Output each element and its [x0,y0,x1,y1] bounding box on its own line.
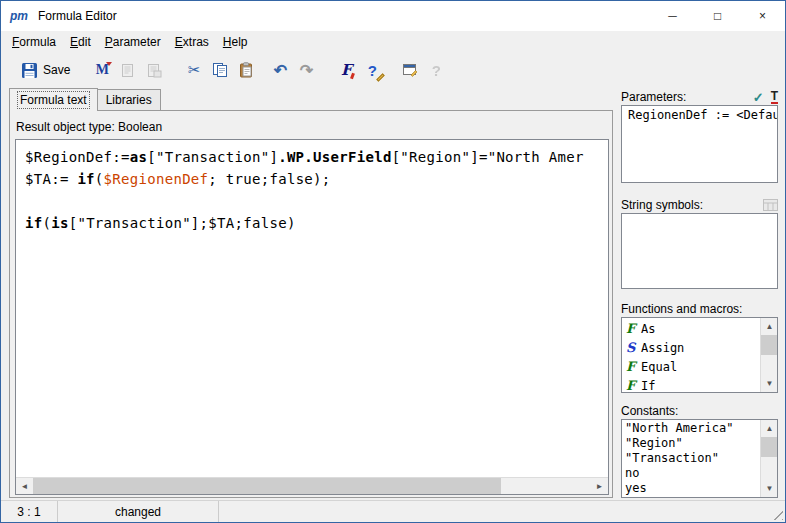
constants-header: Constants: [621,403,778,419]
close-button[interactable]: × [740,1,785,31]
vertical-scroll-thumb[interactable] [761,335,777,355]
maximize-icon: □ [714,9,721,23]
paste-icon [238,62,254,78]
menu-item-edit[interactable]: Edit [63,31,98,53]
menu-bar: FormulaEditParameterExtrasHelp [1,31,785,53]
title-bar: pm Formula Editor ─ □ × [1,1,785,31]
app-icon: pm [10,9,28,23]
redo-button[interactable]: ↷ [294,58,318,82]
scroll-down-button[interactable]: ▼ [761,480,778,497]
vertical-scroll-thumb[interactable] [761,437,777,457]
constants-list-items[interactable]: "North America""Region""Transaction"noye… [622,420,760,497]
function-item[interactable]: FEqual [622,357,760,376]
formula-panel: Result object type: Boolean $RegionDef:=… [9,110,613,498]
function-type-icon: F [626,378,641,392]
horizontal-scrollbar[interactable]: ◄ ► [16,477,608,494]
code-area[interactable]: $RegionDef:=as["Transaction"].WP.UserFie… [16,140,608,477]
horizontal-scroll-thumb[interactable] [33,478,501,494]
tab-label: Libraries [106,93,152,107]
tab-libraries[interactable]: Libraries [98,89,161,110]
save-label: Save [43,63,70,77]
close-icon: × [759,9,766,23]
copy-button[interactable] [208,58,232,82]
scroll-right-button[interactable]: ► [591,478,608,495]
constants-scrollbar[interactable]: ▲ ▼ [760,420,777,497]
function-item[interactable]: SAssign [622,338,760,357]
code-line: $TA:= if($RegionenDef; true;false); [25,168,599,190]
toolbar: Save M ✂ [1,53,785,87]
constant-item[interactable]: no [622,466,760,481]
tab-strip: Formula text Libraries [9,88,161,111]
undo-button[interactable]: ↶ [268,58,292,82]
constants-label: Constants: [621,404,678,418]
scroll-up-icon: ▲ [766,322,774,331]
save-icon [21,62,38,79]
functions-label: Functions and macros: [621,302,742,316]
constant-item[interactable]: "Region" [622,436,760,451]
function-name: Equal [641,360,677,374]
scroll-up-button[interactable]: ▲ [761,420,778,437]
check-formula-mark-icon [350,73,355,80]
code-line: $RegionDef:=as["Transaction"].WP.UserFie… [25,146,599,168]
insert-macro-button[interactable]: M [90,58,114,82]
constants-listbox: "North America""Region""Transaction"noye… [621,419,778,498]
cut-icon: ✂ [188,61,201,79]
functions-list-items[interactable]: FAsSAssignFEqualFIf [622,318,760,392]
string-symbols-header: String symbols: [621,197,778,213]
parameter-type-icon[interactable]: T [771,91,778,104]
scroll-up-button[interactable]: ▲ [761,318,778,335]
menu-item-help[interactable]: Help [216,31,255,53]
string-symbols-label: String symbols: [621,198,703,212]
library-save-icon [146,62,162,78]
formula-editor-window: pm Formula Editor ─ □ × FormulaEditParam… [0,0,786,523]
redo-icon: ↷ [300,61,313,80]
functions-listbox: FAsSAssignFEqualFIf ▲ ▼ [621,317,778,393]
save-button[interactable]: Save [15,57,76,83]
function-item[interactable]: FAs [622,319,760,338]
modified-state: changed [58,501,219,522]
paste-button[interactable] [234,58,258,82]
constant-item[interactable]: "North America" [622,421,760,436]
window-title: Formula Editor [38,9,117,23]
library-save-button[interactable] [142,58,166,82]
scroll-down-button[interactable]: ▼ [761,375,778,392]
scroll-left-button[interactable]: ◄ [16,478,33,495]
function-item[interactable]: FIf [622,376,760,392]
function-name: If [641,379,655,393]
maximize-button[interactable]: □ [695,1,740,31]
constant-item[interactable]: "Transaction" [622,451,760,466]
resize-grip-icon[interactable] [770,507,783,520]
macro-mark-icon [106,62,112,66]
minimize-button[interactable]: ─ [650,1,695,31]
code-line: if(is["Transaction"];$TA;false) [25,212,599,234]
function-type-icon: S [626,340,641,355]
status-bar: 3 : 1 changed [1,500,785,522]
right-panel: Parameters: ✓ T RegionenDef := <Defau St… [621,89,778,498]
parameters-list[interactable]: RegionenDef := <Defau [621,105,778,183]
parameter-item[interactable]: RegionenDef := <Defau [625,108,774,123]
constant-item[interactable]: yes [622,481,760,496]
tab-label: Formula text [18,92,89,108]
tab-formula-text[interactable]: Formula text [9,88,98,111]
menu-item-extras[interactable]: Extras [168,31,216,53]
cursor-position: 3 : 1 [1,501,58,522]
result-type-label: Result object type: Boolean [16,120,162,134]
edit-string-symbols-icon[interactable] [763,199,778,211]
function-type-icon: F [626,321,641,336]
edit-window-button[interactable] [398,58,422,82]
functions-scrollbar[interactable]: ▲ ▼ [760,318,777,392]
formula-editor-area[interactable]: $RegionDef:=as["Transaction"].WP.UserFie… [15,139,609,495]
library-open-button[interactable] [116,58,140,82]
help-button[interactable]: ? [424,58,448,82]
cut-button[interactable]: ✂ [182,58,206,82]
parameters-header: Parameters: ✓ T [621,89,778,105]
syntax-check-button[interactable]: ? [360,58,384,82]
string-symbols-list[interactable] [621,213,778,289]
menu-item-parameter[interactable]: Parameter [98,31,168,53]
menu-item-formula[interactable]: Formula [5,31,63,53]
function-type-icon: F [626,359,641,374]
scroll-up-icon: ▲ [766,424,774,433]
check-formula-button[interactable]: F [334,58,358,82]
apply-parameters-icon[interactable]: ✓ [753,90,764,105]
copy-icon [212,62,228,78]
